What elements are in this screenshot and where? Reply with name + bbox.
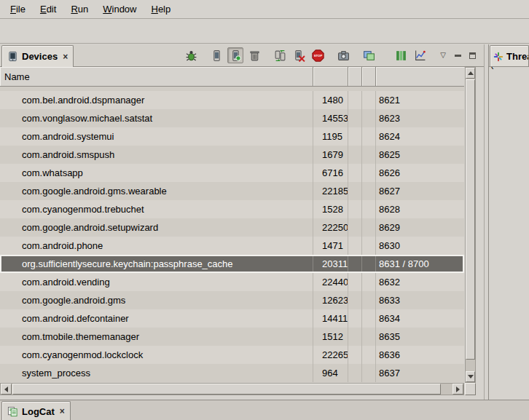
menu-item-file[interactable]: File — [3, 2, 33, 16]
process-port: 8627 — [376, 182, 464, 200]
table-row[interactable]: com.android.defcontainer144118634 — [0, 309, 464, 328]
process-port: 8632 — [376, 273, 464, 291]
table-row[interactable]: com.cyanogenmod.trebuchet15288628 — [0, 200, 464, 218]
cell-spacer — [362, 255, 376, 273]
cell-spacer — [348, 146, 362, 164]
process-name: com.android.smspush — [0, 146, 313, 164]
table-row[interactable]: com.google.android.gms.wearable221858627 — [0, 182, 464, 200]
column-header-spacer[interactable] — [362, 67, 376, 86]
menu-item-edit[interactable]: Edit — [33, 2, 63, 16]
table-row[interactable]: com.bel.android.dspmanager14808621 — [0, 91, 464, 109]
close-icon[interactable]: × — [61, 52, 68, 62]
cell-spacer — [362, 237, 376, 255]
method-profiling-icon[interactable] — [412, 47, 428, 63]
update-threads-icon[interactable] — [272, 47, 288, 63]
column-header-port[interactable] — [376, 67, 464, 86]
heap-updates-toggle-icon[interactable] — [227, 47, 243, 63]
scroll-down-button[interactable] — [466, 371, 475, 382]
table-row[interactable]: com.google.android.setupwizard222508629 — [0, 218, 464, 237]
column-header-name[interactable]: Name — [0, 67, 313, 86]
cell-spacer — [362, 273, 376, 291]
horizontal-scrollbar[interactable] — [0, 383, 464, 395]
cell-spacer — [348, 273, 362, 291]
menu-item-help[interactable]: Help — [144, 2, 178, 16]
process-port: 8625 — [376, 146, 464, 164]
vertical-scrollbar[interactable] — [465, 67, 476, 383]
process-name: org.sufficientlysecure.keychain:passphra… — [0, 255, 313, 273]
horizontal-scrollbar-thumb[interactable] — [12, 384, 441, 395]
process-pid: 14553 — [313, 109, 348, 127]
process-name: com.google.android.gms — [0, 291, 313, 309]
cause-gc-icon[interactable] — [246, 47, 262, 63]
scroll-left-button[interactable] — [1, 384, 12, 395]
table-row[interactable]: com.android.systemui11958624 — [0, 127, 464, 146]
table-row[interactable]: org.sufficientlysecure.keychain:passphra… — [0, 255, 464, 273]
process-name: com.whatsapp — [0, 164, 313, 182]
stop-process-icon[interactable]: STOP — [310, 47, 326, 63]
process-pid: 22265 — [313, 346, 348, 364]
thread-columns-icon[interactable] — [393, 47, 409, 63]
device-icon — [7, 51, 18, 62]
close-icon[interactable]: × — [58, 406, 65, 416]
table-row[interactable]: system_process9648637 — [0, 364, 464, 382]
process-name: com.google.android.gms.wearable — [0, 182, 313, 200]
process-port: 8631 / 8700 — [376, 255, 464, 273]
column-header-pid[interactable] — [313, 67, 348, 86]
cell-spacer — [362, 328, 376, 346]
screen-capture-icon[interactable] — [335, 47, 351, 63]
kill-process-icon[interactable] — [291, 47, 307, 63]
maximize-icon[interactable] — [466, 49, 478, 61]
scrollbar-corner — [465, 383, 476, 395]
cell-spacer — [362, 291, 376, 309]
column-header-spacer[interactable] — [348, 67, 362, 86]
update-heap-icon[interactable] — [208, 47, 224, 63]
debug-process-icon[interactable] — [183, 47, 199, 63]
cell-spacer — [348, 328, 362, 346]
menu-item-run[interactable]: Run — [63, 2, 95, 16]
process-port: 8629 — [376, 218, 464, 237]
cell-spacer — [362, 309, 376, 328]
menubar: FileEditRunWindowHelp — [0, 0, 529, 19]
scroll-right-button[interactable] — [452, 384, 463, 395]
process-name: com.android.vending — [0, 273, 313, 291]
threads-panel: Threads Thread up ( — [488, 44, 529, 400]
cell-spacer — [348, 164, 362, 182]
tab-threads[interactable]: Threads — [490, 45, 529, 67]
process-name: com.google.android.setupwizard — [0, 218, 313, 237]
table-row[interactable]: com.android.vending224408632 — [0, 273, 464, 291]
logcat-tab-label: LogCat — [22, 406, 55, 417]
vertical-scrollbar-thumb[interactable] — [466, 79, 475, 360]
process-port: 8624 — [376, 127, 464, 146]
scroll-up-button[interactable] — [466, 68, 475, 79]
threads-tab-label: Threads — [506, 51, 529, 62]
table-row[interactable]: com.android.phone14718630 — [0, 237, 464, 255]
process-name: com.cyanogenmod.lockclock — [0, 346, 313, 364]
cell-spacer — [362, 127, 376, 146]
minimize-icon[interactable] — [452, 49, 463, 61]
process-port: 8637 — [376, 364, 464, 382]
process-name: com.android.defcontainer — [0, 309, 313, 328]
process-name: com.cyanogenmod.trebuchet — [0, 200, 313, 218]
menu-item-window[interactable]: Window — [95, 2, 144, 16]
device-table-body: com.bel.android.dspmanager14808621com.vo… — [0, 87, 464, 383]
cell-spacer — [362, 109, 376, 127]
process-pid: 1679 — [313, 146, 348, 164]
process-pid: 6716 — [313, 164, 348, 182]
threads-panel-header: Threads — [489, 44, 529, 67]
process-pid: 22440 — [313, 273, 348, 291]
table-row[interactable]: com.cyanogenmod.lockclock222658636 — [0, 346, 464, 364]
process-pid: 22185 — [313, 182, 348, 200]
table-row[interactable]: com.google.android.gms126238633 — [0, 291, 464, 309]
table-row[interactable]: com.vonglasow.michael.satstat145538623 — [0, 109, 464, 127]
cell-spacer — [348, 91, 362, 109]
process-pid: 14411 — [313, 309, 348, 328]
screen-record-icon[interactable] — [361, 47, 377, 63]
cell-spacer — [362, 364, 376, 382]
tab-logcat[interactable]: LogCat × — [1, 401, 71, 420]
table-row[interactable]: com.whatsapp67168626 — [0, 164, 464, 182]
table-row[interactable]: com.tmobile.thememanager15128635 — [0, 328, 464, 346]
table-row[interactable]: com.android.smspush16798625 — [0, 146, 464, 164]
process-pid: 1195 — [313, 127, 348, 146]
view-menu-icon[interactable]: ▽ — [437, 49, 449, 61]
tab-devices[interactable]: Devices × — [1, 45, 74, 67]
